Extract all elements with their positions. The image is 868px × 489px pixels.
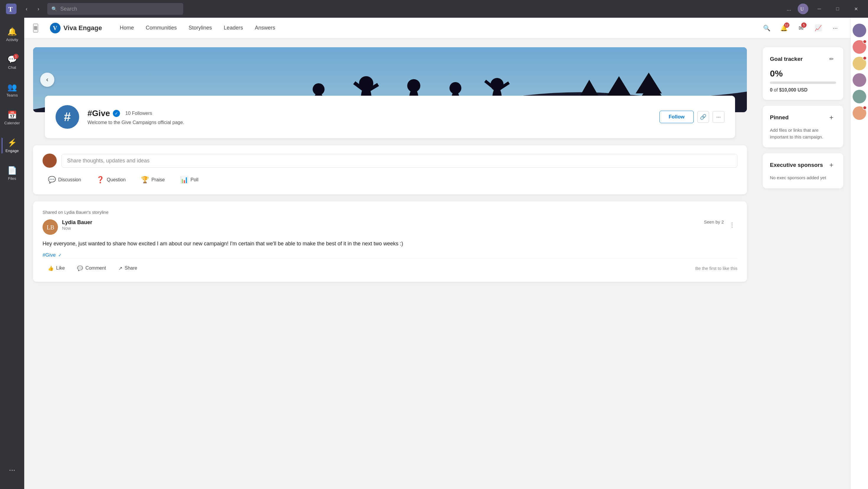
community-name-row: #Give ✓ 10 Followers: [88, 109, 651, 118]
forward-arrow-btn[interactable]: ›: [33, 4, 44, 14]
question-label: Question: [107, 177, 126, 183]
share-btn[interactable]: ↗ Share: [113, 263, 143, 273]
right-avatar-1[interactable]: [852, 24, 866, 37]
content-wrapper: ‹ # #Give ✓ 10 Followers Welcome to the …: [24, 38, 850, 489]
community-icon: #: [56, 105, 79, 129]
post-footer: 👍 Like 💬 Comment ↗ Share Be the first to…: [42, 258, 737, 273]
nav-link-answers[interactable]: Answers: [255, 23, 275, 33]
discussion-btn[interactable]: 💬 Discussion: [42, 174, 86, 186]
community-info-card: # #Give ✓ 10 Followers Welcome to the Gi…: [45, 96, 735, 138]
goal-percent: 0%: [770, 68, 836, 78]
post-menu-btn[interactable]: ⋮: [727, 219, 737, 230]
like-btn[interactable]: 👍 Like: [42, 263, 70, 273]
top-nav: ≡ V Viva Engage Home Communities Storyli…: [24, 18, 850, 38]
exec-sponsors-add-btn[interactable]: +: [827, 160, 836, 170]
post-seen: Seen by 2: [704, 219, 724, 224]
nav-link-leaders[interactable]: Leaders: [224, 23, 243, 33]
follow-button[interactable]: Follow: [659, 111, 694, 123]
sidebar-item-more[interactable]: ···: [1, 457, 23, 483]
nav-link-home[interactable]: Home: [120, 23, 134, 33]
comment-btn[interactable]: 💬 Comment: [72, 263, 111, 273]
sidebar-label-calendar: Calender: [4, 121, 20, 125]
search-input[interactable]: [60, 6, 179, 12]
post-content: Hey everyone, just wanted to share how e…: [42, 239, 737, 248]
pinned-empty-text: Add files or links that are important to…: [770, 127, 836, 140]
post-author-name: Lydia Bauer: [62, 219, 704, 226]
top-nav-actions: 🔍 🔔 12 ✉ 5 📈 ···: [761, 22, 841, 34]
pinned-title: Pinned: [770, 114, 827, 121]
question-icon: ❓: [96, 176, 104, 184]
post-tag[interactable]: #Give: [42, 252, 56, 258]
sidebar-item-engage[interactable]: ⚡ Engage: [1, 132, 23, 159]
right-mini-sidebar: [850, 18, 868, 489]
maximize-btn[interactable]: □: [830, 1, 845, 16]
followers-text: 10 Followers: [125, 111, 152, 116]
post-input-placeholder[interactable]: Share thoughts, updates and ideas: [61, 154, 737, 168]
post-shared-label: Shared on Lydia Bauer's storyline: [42, 210, 737, 215]
post-header: LB Lydia Bauer Now Seen by 2 ⋮: [42, 219, 737, 235]
sidebar-item-files[interactable]: 📄 Files: [1, 160, 23, 187]
calendar-icon: 📅: [7, 110, 17, 120]
praise-btn[interactable]: 🏆 Praise: [135, 174, 170, 186]
link-button[interactable]: 🔗: [697, 111, 709, 123]
notifications-btn[interactable]: 🔔 12: [778, 22, 790, 34]
chat-icon: 💬 1: [7, 55, 17, 64]
community-more-icon: ···: [716, 114, 720, 120]
search-btn[interactable]: 🔍: [761, 22, 773, 34]
app-logo: T: [5, 2, 18, 15]
current-user-avatar: [42, 154, 57, 168]
back-arrow-btn[interactable]: ‹: [21, 4, 32, 14]
right-avatar-6[interactable]: [852, 106, 866, 120]
poll-btn[interactable]: 📊 Poll: [175, 174, 204, 186]
goal-tracker-edit-btn[interactable]: ✏: [827, 54, 836, 64]
community-actions: Follow 🔗 ···: [659, 111, 724, 123]
community-more-button[interactable]: ···: [713, 111, 724, 123]
hamburger-btn[interactable]: ≡: [33, 24, 38, 32]
praise-label: Praise: [151, 177, 164, 183]
nav-link-communities[interactable]: Communities: [146, 23, 177, 33]
first-like-text: Be the first to like this: [695, 266, 737, 271]
more-options-btn[interactable]: ...: [783, 4, 794, 14]
pinned-add-btn[interactable]: +: [827, 113, 836, 122]
right-avatar-2[interactable]: [852, 40, 866, 54]
sidebar-label-chat: Chat: [8, 65, 16, 70]
messages-btn[interactable]: ✉ 5: [795, 22, 807, 34]
svg-point-16: [450, 82, 461, 94]
pinned-header: Pinned +: [770, 113, 836, 122]
right-avatar-3[interactable]: [852, 57, 866, 70]
svg-point-14: [407, 79, 420, 92]
right-panel: Goal tracker ✏ 0% 0 of $10,000 USD Pinne…: [756, 38, 850, 489]
sidebar-item-calendar[interactable]: 📅 Calender: [1, 104, 23, 131]
goal-amount: 0 of $10,000 USD: [770, 88, 836, 93]
minimize-btn[interactable]: ─: [812, 1, 827, 16]
post-user-info: Lydia Bauer Now: [62, 219, 704, 231]
goal-tracker-title: Goal tracker: [770, 56, 827, 62]
discussion-label: Discussion: [58, 177, 81, 183]
main-area: ≡ V Viva Engage Home Communities Storyli…: [24, 18, 850, 489]
right-avatar-5[interactable]: [852, 90, 866, 103]
search-icon: 🔍: [52, 6, 57, 12]
back-button[interactable]: ‹: [40, 73, 54, 87]
activity-icon: 🔔: [7, 27, 17, 36]
analytics-btn[interactable]: 📈: [812, 22, 824, 34]
user-avatar: U: [798, 4, 808, 14]
nav-links: Home Communities Storylines Leaders Answ…: [120, 23, 275, 33]
comment-label: Comment: [85, 265, 106, 271]
exec-sponsors-empty-text: No exec sponsors added yet: [770, 174, 836, 181]
share-icon: ↗: [119, 265, 122, 271]
sidebar-item-chat[interactable]: 💬 1 Chat: [1, 49, 23, 75]
topnav-more-btn[interactable]: ···: [829, 22, 841, 34]
left-sidebar: 🔔 Activity 💬 1 Chat 👥 Teams 📅 Calender ⚡…: [0, 18, 24, 489]
right-avatar-4[interactable]: [852, 73, 866, 87]
sidebar-item-activity[interactable]: 🔔 Activity: [1, 21, 23, 48]
sidebar-label-teams: Teams: [6, 93, 18, 97]
sidebar-label-activity: Activity: [6, 37, 18, 42]
share-label: Share: [125, 265, 137, 271]
close-btn[interactable]: ✕: [848, 1, 863, 16]
post-input-row: Share thoughts, updates and ideas: [42, 154, 737, 168]
question-btn[interactable]: ❓ Question: [91, 174, 131, 186]
comment-icon: 💬: [77, 265, 83, 271]
sidebar-item-teams[interactable]: 👥 Teams: [1, 77, 23, 103]
post-tag-verified-icon: ✓: [58, 253, 62, 258]
nav-link-storylines[interactable]: Storylines: [188, 23, 212, 33]
